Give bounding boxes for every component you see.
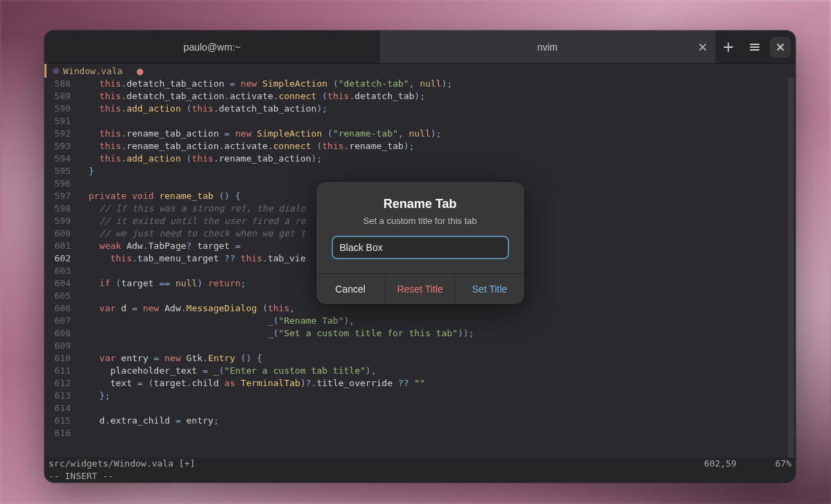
buffer-tab[interactable]: ⌾ Window.vala ● (44, 64, 156, 78)
close-icon[interactable] (696, 40, 710, 54)
tab-title-input[interactable] (332, 236, 509, 259)
status-position: 602,59 (704, 458, 737, 469)
tab-label: nvim (537, 42, 558, 53)
line-gutter: 5885895905915925935945955965975985996006… (44, 78, 78, 458)
status-file: src/widgets/Window.vala [+] (49, 458, 195, 470)
reset-title-button[interactable]: Reset Title (386, 274, 455, 304)
dialog-subtitle: Set a custom title for this tab (332, 216, 509, 226)
tab-label: paulo@wm:~ (184, 42, 241, 53)
buffer-filename: Window.vala (63, 66, 123, 76)
dialog-actions: Cancel Reset Title Set Title (316, 273, 524, 304)
menu-button[interactable] (742, 31, 768, 63)
dialog-title: Rename Tab (332, 197, 509, 211)
status-percent: 67% (776, 458, 791, 469)
cancel-button[interactable]: Cancel (316, 274, 386, 304)
tab-nvim[interactable]: nvim (380, 31, 716, 63)
set-title-button[interactable]: Set Title (455, 274, 524, 304)
terminal-window: paulo@wm:~ nvim ⌾ Window.vala ● 58858959… (44, 31, 796, 483)
tab-shell[interactable]: paulo@wm:~ (44, 31, 380, 63)
rename-tab-dialog: Rename Tab Set a custom title for this t… (316, 182, 524, 304)
buffer-tab-bar: ⌾ Window.vala ● (44, 64, 796, 78)
vala-file-icon: ⌾ (53, 66, 59, 76)
window-close-button[interactable] (770, 37, 791, 58)
status-mode: -- INSERT -- (49, 470, 114, 483)
new-tab-button[interactable] (715, 31, 742, 63)
scrollbar[interactable] (788, 78, 794, 458)
modified-indicator-icon: ● (137, 64, 144, 78)
statusbar: src/widgets/Window.vala [+] 602,59 67% -… (44, 458, 796, 483)
headerbar: paulo@wm:~ nvim (44, 31, 796, 64)
